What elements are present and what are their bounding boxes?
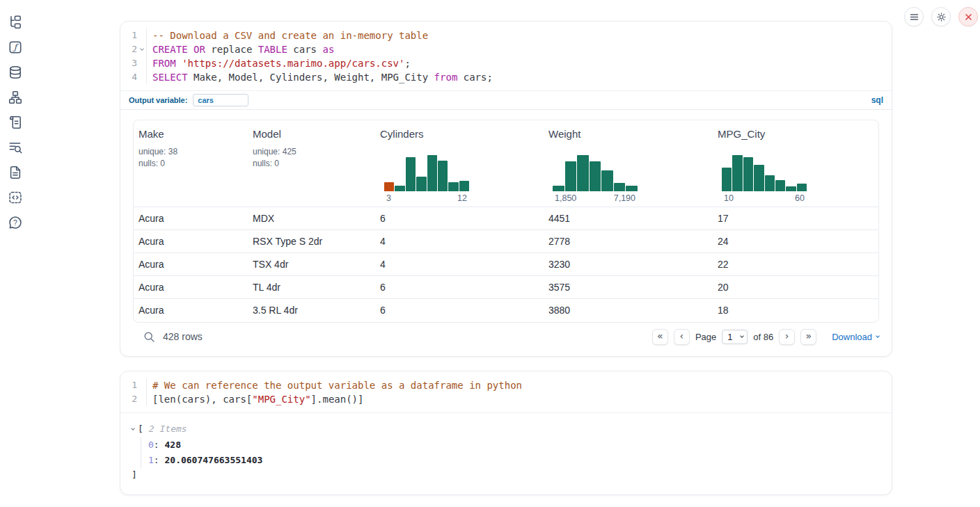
- logs-icon[interactable]: [8, 140, 23, 155]
- snippets-icon[interactable]: [8, 165, 23, 180]
- code-line: 1# We can reference the output variable …: [120, 378, 882, 392]
- collapse-chevron-icon[interactable]: [131, 426, 135, 430]
- code-editor[interactable]: 1# We can reference the output variable …: [120, 371, 892, 413]
- histogram-bar[interactable]: [601, 170, 613, 191]
- menu-icon[interactable]: [904, 7, 924, 26]
- histogram-bar[interactable]: [722, 168, 732, 191]
- code-text: [len(cars), cars["MPG_City"].mean()]: [146, 392, 882, 406]
- table-body: AcuraMDX6445117AcuraRSX Type S 2dr427782…: [134, 207, 878, 321]
- search-icon[interactable]: [143, 331, 155, 343]
- table-cell: Acura: [134, 282, 248, 293]
- last-page-button[interactable]: »: [800, 329, 816, 345]
- table-cell: 17: [713, 213, 878, 224]
- histogram-bar[interactable]: [565, 161, 577, 191]
- histogram-bar[interactable]: [775, 180, 785, 191]
- page-total-label: of 86: [753, 332, 773, 342]
- help-icon[interactable]: ?: [8, 215, 23, 230]
- histogram-bar[interactable]: [765, 175, 775, 191]
- histogram-bar[interactable]: [732, 155, 742, 191]
- column-header-model[interactable]: Modelunique: 425nulls: 0: [248, 120, 375, 207]
- column-header-cylinders[interactable]: Cylinders312: [375, 120, 544, 207]
- column-title: Weight: [548, 128, 713, 140]
- code-line: 2CREATE OR replace TABLE cars as: [120, 42, 882, 56]
- table-row: AcuraTSX 4dr4323022: [134, 252, 878, 275]
- histogram-bars: [553, 155, 638, 191]
- histogram-bars: [384, 155, 469, 191]
- tree-entries: 0: 4281: 20.060747663551403: [141, 437, 880, 468]
- table-cell: 6: [375, 305, 544, 316]
- code-line: 1-- Download a CSV and create an in-memo…: [120, 29, 882, 42]
- code-panel-icon[interactable]: [8, 190, 23, 205]
- datasources-icon[interactable]: [8, 65, 23, 80]
- line-number: 1: [120, 29, 137, 42]
- table-cell: Acura: [134, 305, 248, 316]
- table-row: AcuraRSX Type S 2dr4277824: [134, 230, 878, 252]
- table-row: AcuraMDX6445117: [134, 207, 878, 230]
- histogram-bar[interactable]: [416, 177, 426, 191]
- first-page-button[interactable]: «: [652, 329, 668, 345]
- column-title: Make: [139, 128, 248, 140]
- bracket-close: ]: [132, 468, 880, 482]
- histogram-bar[interactable]: [459, 181, 469, 191]
- histogram-bar[interactable]: [438, 161, 448, 191]
- tree-root: [ 2 Items: [132, 422, 880, 436]
- histogram-axis-labels: 1060: [722, 193, 807, 203]
- next-page-button[interactable]: ›: [779, 329, 795, 345]
- helper-panel-sidebar: ƒ ?: [0, 8, 31, 230]
- code-editor[interactable]: 1-- Download a CSV and create an in-memo…: [120, 22, 892, 90]
- histogram-bar[interactable]: [384, 182, 394, 191]
- column-header-weight[interactable]: Weight1,8507,190: [544, 120, 713, 207]
- histogram-bar[interactable]: [614, 183, 626, 191]
- table-cell: 3880: [544, 305, 713, 316]
- svg-text:?: ?: [13, 219, 17, 227]
- table-cell: TSX 4dr: [248, 259, 375, 270]
- table-cell: 18: [713, 305, 878, 316]
- column-header-mpg_city[interactable]: MPG_City1060: [713, 120, 878, 207]
- page-select[interactable]: 1: [722, 330, 748, 344]
- chevron-down-icon: [740, 334, 744, 338]
- output-variable-input[interactable]: [193, 94, 248, 106]
- download-button[interactable]: Download: [832, 332, 879, 342]
- variables-icon[interactable]: ƒ: [8, 40, 23, 55]
- table-cell: 6: [375, 282, 544, 293]
- svg-text:ƒ: ƒ: [13, 42, 19, 52]
- histogram-bar[interactable]: [406, 157, 416, 191]
- histogram-bar[interactable]: [626, 186, 638, 191]
- table-cell: MDX: [248, 213, 375, 224]
- table-cell: 4: [375, 259, 544, 270]
- language-badge[interactable]: sql: [871, 95, 883, 105]
- histogram-bar[interactable]: [786, 186, 796, 191]
- code-line: 4SELECT Make, Model, Cylinders, Weight, …: [120, 70, 882, 84]
- table-cell: TL 4dr: [248, 282, 375, 293]
- scratchpad-icon[interactable]: [8, 115, 23, 130]
- fold-chevron-icon: [137, 70, 146, 84]
- prev-page-button[interactable]: ‹: [674, 329, 690, 345]
- histogram-bar[interactable]: [577, 155, 589, 191]
- line-number: 4: [120, 70, 137, 84]
- row-count: 428 rows: [163, 331, 203, 342]
- histogram-bar[interactable]: [427, 155, 437, 191]
- histogram-bar[interactable]: [395, 186, 404, 191]
- histogram-axis-labels: 1,8507,190: [553, 193, 638, 203]
- histogram-bar[interactable]: [553, 186, 564, 191]
- shutdown-close-icon[interactable]: [958, 7, 978, 26]
- table-cell: 2778: [544, 236, 713, 247]
- column-header-make[interactable]: Makeunique: 38nulls: 0: [134, 120, 248, 207]
- page-select-value: 1: [727, 332, 732, 342]
- settings-gear-icon[interactable]: [931, 7, 951, 26]
- histogram-bar[interactable]: [797, 184, 807, 191]
- file-explorer-icon[interactable]: [8, 15, 23, 30]
- table-cell: Acura: [134, 213, 248, 224]
- code-text: SELECT Make, Model, Cylinders, Weight, M…: [146, 70, 882, 84]
- line-number: 3: [120, 56, 137, 70]
- histogram-bar[interactable]: [590, 161, 601, 191]
- dependency-graph-icon[interactable]: [8, 90, 23, 105]
- histogram-bar[interactable]: [743, 157, 753, 191]
- table-cell: Acura: [134, 236, 248, 247]
- line-number: 2: [120, 392, 137, 406]
- bracket-open: [: [138, 422, 143, 436]
- histogram-bar[interactable]: [448, 182, 458, 191]
- column-title: Cylinders: [380, 128, 544, 140]
- histogram-bar[interactable]: [754, 165, 764, 191]
- table-footer: 428 rows « ‹ Page 1 of 86 › » Download: [133, 323, 879, 351]
